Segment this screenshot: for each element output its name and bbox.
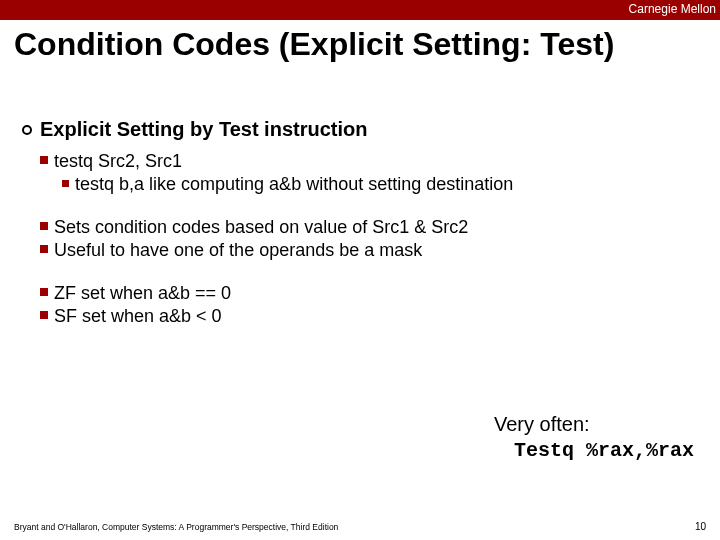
footer-citation: Bryant and O'Hallaron, Computer Systems:… [14,522,338,532]
slide: Carnegie Mellon Condition Codes (Explici… [0,0,720,540]
sets-cc-text-a: Sets condition codes based on value of [54,217,372,237]
testq-ba: testq b,a [75,174,144,194]
src2: Src2 [431,217,468,237]
zf-when: when [105,283,158,303]
bullet-testq-explain: testq b,a like computing a&b without set… [62,174,700,195]
src1: Src1 [372,217,409,237]
mask-text: Useful to have one of the operands be a … [54,240,422,260]
bullet-square-icon [40,245,48,253]
bullet-square-icon [40,222,48,230]
very-often-box: Very often: Testq %rax,%rax [494,412,694,463]
without-dest: without setting destination [301,174,513,194]
slide-body: Explicit Setting by Test instruction tes… [22,118,700,329]
bullet-sf: SF set when a&b < 0 [40,306,700,327]
amp: & [409,217,431,237]
slide-title: Condition Codes (Explicit Setting: Test) [14,26,700,63]
like-computing: like computing [144,174,269,194]
zf-set: ZF set [54,283,105,303]
testq-args: Src2, Src1 [93,151,182,171]
very-often-line1: Very often: [494,412,694,437]
header-bar: Carnegie Mellon [0,0,720,20]
bullet-mask: Useful to have one of the operands be a … [40,240,700,261]
testq-kw: Testq [514,439,586,462]
bullet-sets-cc: Sets condition codes based on value of S… [40,217,700,238]
page-number: 10 [695,521,706,532]
bullet-testq-src: testq Src2, Src1 [40,151,700,172]
bullet-square-icon [40,156,48,164]
section-heading-text: Explicit Setting by Test instruction [40,118,367,140]
sf-when: when [106,306,159,326]
sf-cond: a&b < 0 [159,306,222,326]
a-and-b: a&b [269,174,301,194]
rax-rax: %rax,%rax [586,439,694,462]
bullet-circle-icon [22,125,32,135]
sf-set: SF set [54,306,106,326]
bullet-square-icon [40,288,48,296]
bullet-square-icon [62,180,69,187]
section-heading: Explicit Setting by Test instruction [22,118,700,141]
testq-instr: testq [54,151,93,171]
very-often-line2: Testq %rax,%rax [494,437,694,463]
brand-label: Carnegie Mellon [629,2,716,16]
bullet-square-icon [40,311,48,319]
bullet-zf: ZF set when a&b == 0 [40,283,700,304]
zf-cond: a&b == 0 [158,283,231,303]
